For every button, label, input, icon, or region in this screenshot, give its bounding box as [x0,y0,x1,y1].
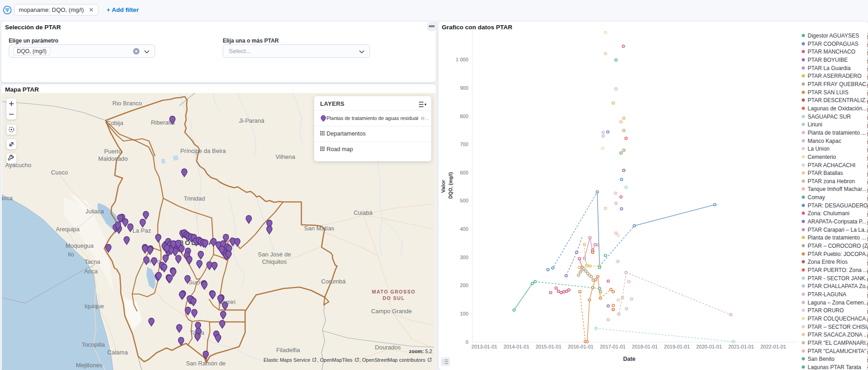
svg-text:Corumbá: Corumbá [321,278,346,285]
svg-text:Chiquitos: Chiquitos [262,258,287,265]
svg-text:200: 200 [460,283,468,288]
svg-text:Vilhena: Vilhena [275,153,295,160]
svg-text:Campo Grande: Campo Grande [371,308,412,315]
svg-text:500: 500 [460,198,468,203]
svg-text:600: 600 [460,170,468,175]
svg-text:Arequipa: Arequipa [56,226,80,233]
svg-text:Ilo: Ilo [68,251,74,258]
svg-text:Maldonado: Maldonado [98,155,128,162]
svg-text:Ji-Paraná: Ji-Paraná [239,117,264,124]
svg-text:Mejillones: Mejillones [76,362,102,369]
svg-text:Puerto: Puerto [104,148,122,155]
svg-text:Cuiabá: Cuiabá [354,209,373,216]
svg-text:Filadelfia: Filadelfia [276,347,300,354]
svg-text:100: 100 [460,311,468,316]
svg-text:Dourados: Dourados [375,344,401,351]
svg-text:La Paz: La Paz [133,227,151,234]
svg-text:2013-01-01: 2013-01-01 [472,344,497,349]
svg-text:DQO, (mg/l): DQO, (mg/l) [448,172,453,199]
svg-text:Calama: Calama [107,349,129,356]
svg-text:San José de: San José de [258,251,291,258]
svg-text:Tocopilla: Tocopilla [82,341,105,348]
svg-text:Trinidad: Trinidad [184,195,205,202]
svg-text:MATO GROSSO: MATO GROSSO [372,289,415,294]
svg-text:900: 900 [460,85,468,91]
svg-text:Cobija: Cobija [107,120,124,126]
svg-text:700: 700 [460,141,468,147]
svg-text:San Ramón de: San Ramón de [186,360,226,367]
svg-text:Príncipe da Beira: Príncipe da Beira [180,147,226,154]
svg-text:Date: Date [623,356,635,362]
svg-text:2016-01-01: 2016-01-01 [568,344,593,349]
svg-text:Cusco: Cusco [51,169,68,176]
svg-text:Iquique: Iquique [85,303,104,310]
svg-text:2014-01-01: 2014-01-01 [504,344,529,349]
svg-text:DO SUL: DO SUL [383,295,405,301]
svg-text:Valor: Valor [440,180,446,193]
svg-text:2017-01-01: 2017-01-01 [600,344,626,349]
svg-text:2019-01-01: 2019-01-01 [664,344,690,349]
svg-text:San Matías: San Matías [304,225,334,232]
svg-text:2022-01-01: 2022-01-01 [761,344,786,349]
svg-text:2021-01-01: 2021-01-01 [728,344,754,349]
svg-text:800: 800 [460,114,468,119]
svg-text:1 000: 1 000 [455,57,468,62]
svg-text:2020-01-01: 2020-01-01 [696,344,722,349]
svg-text:Arica: Arica [84,268,98,275]
svg-text:Rio Branco: Rio Branco [113,100,142,107]
svg-text:Juliaca: Juliaca [86,208,104,215]
svg-text:300: 300 [460,255,468,260]
svg-text:0: 0 [466,339,468,345]
svg-text:2015-01-01: 2015-01-01 [536,344,561,349]
svg-text:400: 400 [460,226,468,232]
svg-text:Moquegua: Moquegua [65,242,94,249]
svg-text:2018-01-01: 2018-01-01 [632,344,658,349]
svg-text:Tacna: Tacna [85,258,101,265]
svg-text:asca: asca [2,195,13,201]
